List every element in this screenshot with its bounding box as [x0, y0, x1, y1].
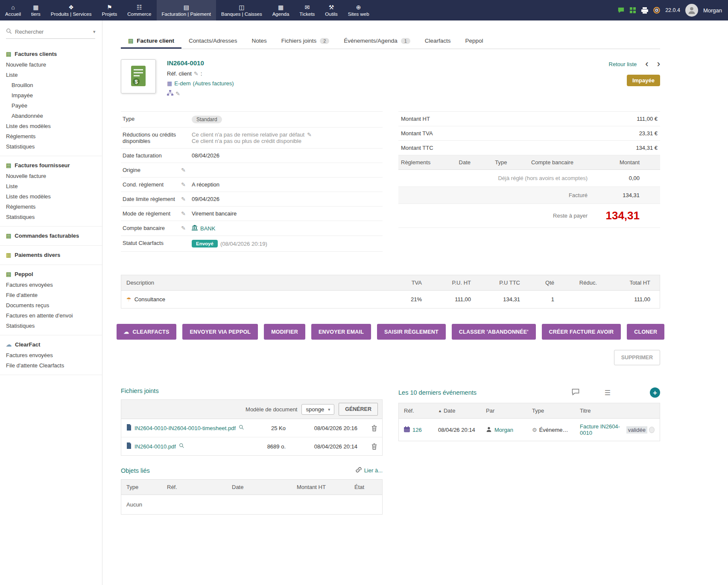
events-header-date[interactable]: ▲ Date — [438, 407, 486, 414]
edit-origin-icon[interactable]: ✎ — [181, 167, 186, 173]
tab-notes[interactable]: Notes — [244, 33, 274, 49]
sidebar-item-clearfact-envoyees[interactable]: Factures envoyées — [0, 350, 102, 360]
customer-category[interactable]: (Autres factures) — [193, 80, 234, 87]
sidebar-item-liste-modeles-fourn[interactable]: Liste des modèles — [0, 191, 102, 201]
trash-icon[interactable] — [357, 425, 377, 431]
sidebar-item-peppol-statistiques[interactable]: Statistiques — [0, 320, 102, 331]
envoyer-via-peppol-button[interactable]: ENVOYER VIA PEPPOL — [182, 324, 258, 340]
search-input[interactable] — [15, 29, 90, 35]
preview-icon[interactable] — [179, 443, 184, 450]
nav-tickets[interactable]: ✉ Tickets — [294, 0, 320, 20]
sidebar-title-paiements-divers[interactable]: ▥ Paiements divers — [0, 250, 102, 260]
sidebar-item-nouvelle-facture[interactable]: Nouvelle facture — [0, 59, 102, 70]
sidebar-item-reglements-fourn[interactable]: Règlements — [0, 201, 102, 212]
sidebar-item-clearfact-file-attente[interactable]: File d'attente Clearfacts — [0, 360, 102, 370]
edit-due-date-icon[interactable]: ✎ — [181, 196, 186, 202]
nav-produits-services[interactable]: ❖ Produits | Services — [46, 0, 97, 20]
creer-facture-avoir-button[interactable]: CRÉER FACTURE AVOIR — [542, 324, 621, 340]
sidebar-item-impayee[interactable]: Impayée — [0, 90, 102, 100]
nav-sites-web[interactable]: ⊕ Sites web — [343, 0, 374, 20]
username[interactable]: Morgan — [703, 7, 722, 14]
add-event-icon[interactable]: + — [650, 387, 660, 398]
classer-abandonnee-button[interactable]: CLASSER 'ABANDONNÉE' — [452, 324, 536, 340]
file-link[interactable]: IN2604-0010-IN2604-0010-timesheet.pdf — [134, 425, 236, 431]
sidebar-title-factures-fournisseur[interactable]: ▤ Factures fournisseur — [0, 160, 102, 171]
tab-peppol[interactable]: Peppol — [458, 33, 491, 49]
event-ref-link[interactable]: 126 — [412, 427, 422, 433]
events-header-par[interactable]: Par — [486, 407, 532, 414]
tab-fichiers-joints[interactable]: Fichiers joints 2 — [274, 33, 337, 49]
nav-agenda[interactable]: ▦ Agenda — [267, 0, 295, 20]
tab-contacts-adresses[interactable]: Contacts/Adresses — [181, 33, 244, 49]
sidebar-title-factures-clients[interactable]: ▤ Factures clients — [0, 49, 102, 59]
nav-banques-caisses[interactable]: ◫ Banques | Caisses — [216, 0, 267, 20]
link-to-link[interactable]: Lier à... — [356, 467, 383, 474]
trash-icon[interactable] — [357, 443, 377, 450]
nav-accueil[interactable]: ⌂ Accueil — [0, 0, 26, 20]
generer-button[interactable]: GÉNÉRER — [339, 403, 378, 416]
invoice-thumbnail[interactable]: $ — [121, 59, 156, 93]
sidebar-item-reglements[interactable]: Règlements — [0, 131, 102, 141]
edit-bank-account-icon[interactable]: ✎ — [181, 225, 186, 231]
nav-tiers[interactable]: ▦ tiers — [26, 0, 46, 20]
doc-model-select[interactable]: sponge ▾ — [301, 404, 334, 415]
edit-payment-terms-icon[interactable]: ✎ — [181, 181, 186, 188]
sidebar-item-liste-modeles[interactable]: Liste des modèles — [0, 121, 102, 131]
cloner-button[interactable]: CLONER — [627, 324, 664, 340]
nav-projets[interactable]: ⚑ Projets — [96, 0, 122, 20]
edit-project-icon[interactable]: ✎ — [175, 90, 180, 97]
list-view-icon[interactable]: ☰ — [605, 389, 611, 397]
help-icon[interactable] — [653, 7, 660, 14]
edit-payment-mode-icon[interactable]: ✎ — [181, 210, 186, 217]
envoyer-email-button[interactable]: ENVOYER EMAIL — [311, 324, 371, 340]
events-header-ref[interactable]: Réf. — [404, 407, 438, 414]
sidebar-title-commandes-facturables[interactable]: ▤ Commandes facturables — [0, 230, 102, 241]
clearfacts-button[interactable]: ☁ CLEARFACTS — [117, 324, 177, 340]
quick-add-icon[interactable] — [630, 7, 636, 14]
event-title-link[interactable]: Facture IN2604-0010 — [580, 423, 625, 436]
sidebar-item-peppol-envoyees[interactable]: Factures envoyées — [0, 279, 102, 290]
events-header-titre[interactable]: Titre — [580, 407, 655, 414]
modifier-button[interactable]: MODIFIER — [264, 324, 305, 340]
file-link[interactable]: IN2604-0010.pdf — [134, 443, 176, 450]
search-caret-icon[interactable]: ▾ — [93, 29, 96, 35]
sidebar-item-peppol-file-attente[interactable]: File d'attente — [0, 290, 102, 300]
sidebar-item-liste-fourn[interactable]: Liste — [0, 181, 102, 191]
edit-ref-client-icon[interactable]: ✎ — [194, 70, 199, 77]
sidebar-item-peppol-attente-envoi[interactable]: Factures en attente d'envoi — [0, 310, 102, 320]
back-to-list-link[interactable]: Retour liste — [609, 61, 637, 67]
project-icon[interactable] — [167, 90, 173, 97]
preview-icon[interactable] — [239, 425, 244, 431]
saisir-reglement-button[interactable]: SAISIR RÈGLEMENT — [377, 324, 446, 340]
tab-facture-client[interactable]: ▤ Facture client — [121, 33, 181, 49]
sidebar-item-liste[interactable]: Liste — [0, 70, 102, 80]
tab-clearfacts[interactable]: Clearfacts — [418, 33, 458, 49]
nav-outils[interactable]: ⚒ Outils — [320, 0, 342, 20]
chat-icon[interactable] — [617, 7, 625, 14]
service-icon: ☂ — [126, 296, 132, 303]
sidebar-item-statistiques[interactable]: Statistiques — [0, 141, 102, 151]
chevron-left-icon[interactable]: ‹ — [645, 59, 648, 69]
chevron-right-icon[interactable]: › — [657, 59, 660, 69]
edit-discount-icon[interactable]: ✎ — [307, 131, 312, 138]
sidebar-item-peppol-documents-recus[interactable]: Documents reçus — [0, 300, 102, 310]
bank-account-link[interactable]: BANK — [200, 225, 215, 232]
customer-link[interactable]: E-dem — [174, 80, 190, 87]
sidebar-item-abandonnee[interactable]: Abandonnée — [0, 111, 102, 121]
chat-bubble-icon[interactable] — [571, 388, 580, 397]
sidebar-item-statistiques-fourn[interactable]: Statistiques — [0, 212, 102, 222]
event-user-link[interactable]: Morgan — [494, 427, 513, 433]
action-buttons: ☁ CLEARFACTS ENVOYER VIA PEPPOL MODIFIER… — [121, 324, 660, 340]
avatar[interactable] — [685, 4, 698, 17]
events-header-type[interactable]: Type — [532, 407, 580, 414]
sidebar-item-nouvelle-facture-fourn[interactable]: Nouvelle facture — [0, 171, 102, 181]
supprimer-button[interactable]: SUPPRIMER — [614, 350, 660, 365]
tab-evenements-agenda[interactable]: Événements/Agenda 1 — [336, 33, 417, 49]
print-icon[interactable] — [641, 7, 648, 14]
sidebar-item-payee[interactable]: Payée — [0, 100, 102, 111]
sidebar-item-brouillon[interactable]: Brouillon — [0, 80, 102, 90]
sidebar-title-clearfact[interactable]: ☁ ClearFact — [0, 339, 102, 350]
sidebar-title-peppol[interactable]: ▤ Peppol — [0, 269, 102, 279]
nav-commerce[interactable]: ☷ Commerce — [122, 0, 156, 20]
nav-facturation-paiement[interactable]: ▤ Facturation | Paiement — [157, 0, 216, 20]
